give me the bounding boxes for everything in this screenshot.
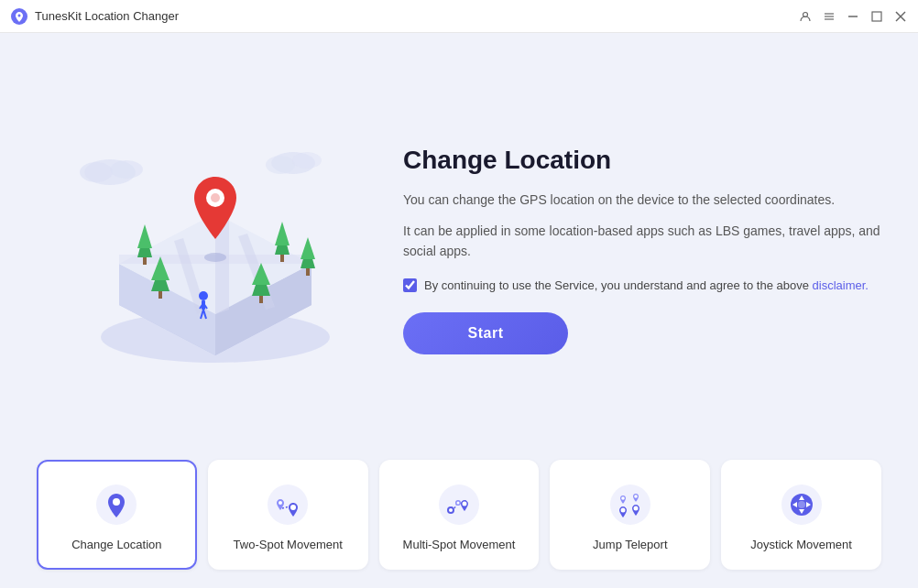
titlebar: TunesKit Location Changer: [0, 0, 918, 33]
svg-point-73: [798, 501, 805, 508]
main-content: Change Location You can change the GPS l…: [0, 33, 918, 588]
desc-1: You can change the GPS location on the d…: [403, 190, 881, 210]
card-change-location-label: Change Location: [71, 538, 161, 551]
illustration-area: [37, 122, 385, 378]
svg-point-50: [268, 485, 308, 525]
card-joystick[interactable]: Joystick Movement: [721, 460, 881, 570]
svg-point-14: [292, 152, 322, 169]
svg-point-66: [633, 506, 638, 510]
titlebar-title: TunesKit Location Changer: [35, 9, 179, 23]
svg-point-59: [456, 501, 459, 504]
cards-section: Change Location Two-Spot Movement: [37, 449, 881, 573]
svg-point-65: [620, 507, 625, 512]
svg-point-10: [80, 162, 113, 182]
svg-point-64: [634, 495, 638, 498]
svg-point-63: [621, 496, 625, 500]
svg-marker-25: [137, 224, 152, 248]
svg-point-52: [290, 505, 296, 510]
svg-point-47: [211, 193, 220, 202]
titlebar-controls: [799, 10, 907, 23]
svg-point-0: [11, 8, 27, 25]
jump-teleport-icon: [608, 483, 652, 527]
svg-point-11: [110, 160, 143, 179]
svg-rect-38: [259, 296, 263, 303]
svg-point-51: [279, 501, 282, 505]
svg-rect-6: [872, 12, 881, 21]
svg-point-56: [449, 508, 453, 512]
change-location-icon: [94, 483, 138, 527]
user-icon[interactable]: [799, 10, 812, 23]
svg-rect-32: [306, 268, 310, 276]
desc-2: It can be applied in some location-based…: [403, 221, 881, 262]
start-button[interactable]: Start: [403, 312, 568, 354]
svg-point-45: [204, 253, 226, 262]
card-two-spot[interactable]: Two-Spot Movement: [208, 460, 368, 570]
svg-point-39: [199, 291, 208, 300]
app-logo: [11, 8, 27, 25]
svg-point-62: [610, 485, 650, 525]
map-svg: [55, 122, 366, 378]
svg-marker-31: [301, 237, 315, 259]
card-two-spot-label: Two-Spot Movement: [234, 538, 343, 551]
two-spot-icon: [266, 483, 310, 527]
svg-point-49: [113, 498, 120, 506]
svg-rect-29: [280, 255, 284, 262]
terms-checkbox[interactable]: [403, 278, 417, 292]
close-button[interactable]: [894, 10, 907, 23]
hero-section: Change Location You can change the GPS l…: [37, 51, 881, 449]
menu-icon[interactable]: [823, 10, 836, 23]
card-multi-spot[interactable]: Multi-Spot Movement: [379, 460, 540, 570]
joystick-icon: [780, 483, 824, 527]
svg-point-61: [462, 501, 466, 506]
maximize-button[interactable]: [870, 10, 883, 23]
svg-rect-35: [158, 291, 162, 299]
page-title: Change Location: [403, 146, 881, 175]
card-joystick-label: Joystick Movement: [750, 538, 852, 551]
svg-point-13: [266, 156, 295, 174]
disclaimer-link[interactable]: disclaimer.: [813, 278, 869, 292]
card-jump-teleport-label: Jump Teleport: [593, 538, 667, 551]
terms-checkbox-area: By continuing to use the Service, you un…: [403, 277, 881, 295]
card-multi-spot-label: Multi-Spot Movement: [403, 538, 516, 551]
card-change-location[interactable]: Change Location: [37, 460, 197, 570]
svg-rect-26: [143, 257, 147, 265]
svg-marker-28: [275, 222, 290, 245]
info-panel: Change Location You can change the GPS l…: [385, 146, 881, 355]
multi-spot-icon: [437, 483, 481, 527]
card-jump-teleport[interactable]: Jump Teleport: [550, 460, 710, 570]
minimize-button[interactable]: [847, 10, 859, 23]
checkbox-label: By continuing to use the Service, you un…: [424, 277, 869, 295]
titlebar-left: TunesKit Location Changer: [11, 8, 179, 25]
